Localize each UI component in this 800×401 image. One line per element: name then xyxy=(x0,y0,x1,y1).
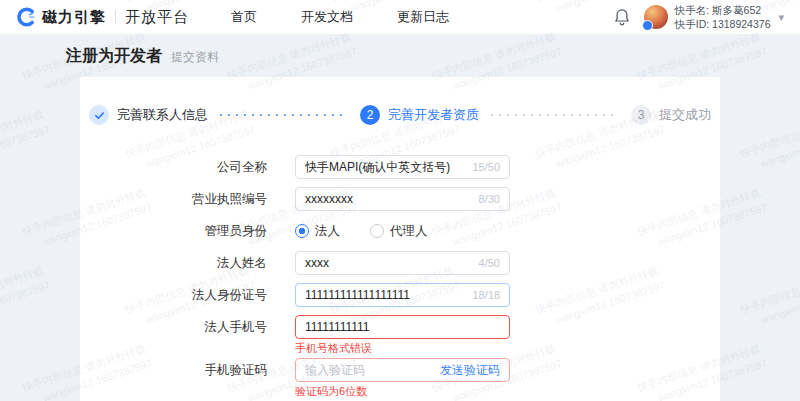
progress-stepper: 完善联系人信息 2 完善开发者资质 3 提交成功 xyxy=(80,105,720,125)
magnetic-engine-logo-icon xyxy=(16,7,36,27)
form-row-id-number: 法人身份证号 18/18 xyxy=(80,283,720,307)
nav-item-changelog[interactable]: 更新日志 xyxy=(397,8,449,26)
step-developer-qualification: 2 完善开发者资质 xyxy=(360,105,479,125)
step-done-circle xyxy=(89,105,109,125)
char-counter: 4/50 xyxy=(479,257,500,269)
check-icon xyxy=(94,110,105,121)
main-nav: 首页 开发文档 更新日志 xyxy=(231,8,493,26)
page-title: 注册为开发者 xyxy=(66,46,162,67)
char-counter: 15/50 xyxy=(472,161,500,173)
char-counter: 8/30 xyxy=(479,193,500,205)
form-row-phone: 法人手机号 手机号格式错误 xyxy=(80,315,720,355)
form-row-sms-code: 手机验证码 发送验证码 验证码为6位数 xyxy=(80,358,720,398)
navbar-right: 快手名: 斯多葛652 快手ID: 1318924376 ▾ xyxy=(614,3,784,31)
form-row-legal-name: 法人姓名 4/50 xyxy=(80,251,720,275)
nav-item-docs[interactable]: 开发文档 xyxy=(301,8,353,26)
page-body: 注册为开发者 提交资料 完善联系人信息 2 完善开发者资质 3 提交成功 xyxy=(0,34,800,401)
form-row-admin-identity: 管理员身份 法人 代理人 xyxy=(80,219,720,243)
legal-name-field: 4/50 xyxy=(295,251,510,275)
brand-subtitle: 开放平台 xyxy=(125,8,189,27)
field-label: 营业执照编号 xyxy=(80,187,267,211)
company-name-input[interactable] xyxy=(305,160,466,174)
form-row-company-name: 公司全称 15/50 xyxy=(80,155,720,179)
sms-code-input[interactable] xyxy=(305,363,440,377)
step-active-circle: 2 xyxy=(360,105,380,125)
step-contact-info: 完善联系人信息 xyxy=(89,105,208,125)
form-row-license-number: 营业执照编号 8/30 xyxy=(80,187,720,211)
license-number-field: 8/30 xyxy=(295,187,510,211)
field-label: 手机验证码 xyxy=(80,358,267,398)
phone-input[interactable] xyxy=(305,320,500,334)
step-connector-pending xyxy=(491,114,619,116)
phone-field xyxy=(295,315,510,339)
notification-bell-icon[interactable] xyxy=(614,8,630,26)
registration-card: 完善联系人信息 2 完善开发者资质 3 提交成功 公司全称 15/50 xyxy=(80,77,720,401)
chevron-down-icon[interactable]: ▾ xyxy=(778,11,784,24)
license-number-input[interactable] xyxy=(305,192,473,206)
field-label: 法人姓名 xyxy=(80,251,267,275)
nav-item-home[interactable]: 首页 xyxy=(231,8,257,26)
page-subtitle: 提交资料 xyxy=(171,49,219,66)
brand-home-link[interactable]: 磁力引擎 开放平台 xyxy=(16,7,189,27)
legal-name-input[interactable] xyxy=(305,256,473,270)
brand-name: 磁力引擎 xyxy=(42,8,106,27)
sms-code-error-message: 验证码为6位数 xyxy=(295,385,510,398)
sms-code-field: 发送验证码 xyxy=(295,358,510,382)
company-name-field: 15/50 xyxy=(295,155,510,179)
field-label: 公司全称 xyxy=(80,155,267,179)
step-label: 提交成功 xyxy=(659,106,711,124)
phone-error-message: 手机号格式错误 xyxy=(295,342,510,355)
radio-agent[interactable]: 代理人 xyxy=(370,223,428,240)
page-head: 注册为开发者 提交资料 xyxy=(0,34,800,77)
radio-input-agent[interactable] xyxy=(370,224,384,238)
id-number-field: 18/18 xyxy=(295,283,510,307)
step-pending-circle: 3 xyxy=(631,105,651,125)
user-id-label: 快手ID: 1318924376 xyxy=(675,17,771,31)
id-number-input[interactable] xyxy=(305,288,466,302)
admin-identity-radio-group: 法人 代理人 xyxy=(295,219,458,243)
radio-label[interactable]: 代理人 xyxy=(390,223,428,240)
developer-qualification-form: 公司全称 15/50 营业执照编号 8/30 管 xyxy=(80,155,720,401)
char-counter: 18/18 xyxy=(472,289,500,301)
radio-input-legal-person[interactable] xyxy=(295,224,309,238)
user-info: 快手名: 斯多葛652 快手ID: 1318924376 xyxy=(675,3,771,31)
field-label: 法人手机号 xyxy=(80,315,267,355)
step-submit-success: 3 提交成功 xyxy=(631,105,711,125)
step-label: 完善联系人信息 xyxy=(117,106,208,124)
radio-legal-person[interactable]: 法人 xyxy=(295,223,340,240)
avatar-badge-icon xyxy=(642,20,653,31)
field-label: 管理员身份 xyxy=(80,219,267,243)
brand-divider xyxy=(115,10,116,24)
user-name-label: 快手名: 斯多葛652 xyxy=(675,3,771,17)
step-label: 完善开发者资质 xyxy=(388,106,479,124)
step-connector-active xyxy=(220,114,348,116)
field-label: 法人身份证号 xyxy=(80,283,267,307)
user-avatar[interactable] xyxy=(644,5,668,29)
radio-label[interactable]: 法人 xyxy=(315,223,340,240)
send-code-button[interactable]: 发送验证码 xyxy=(440,362,500,379)
top-navbar: 磁力引擎 开放平台 首页 开发文档 更新日志 快手名: 斯多葛652 快手ID:… xyxy=(0,0,800,34)
